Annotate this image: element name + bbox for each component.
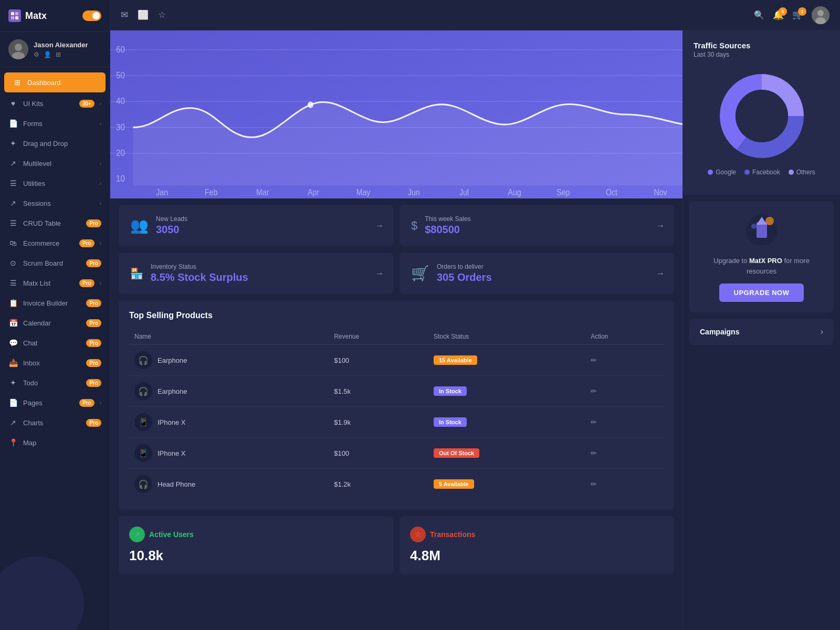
svg-text:Aug: Aug <box>508 187 521 197</box>
campaigns-arrow-icon[interactable]: › <box>821 327 823 337</box>
legend-facebook-label: Facebook <box>752 169 780 176</box>
grid-icon[interactable]: ⊞ <box>56 51 61 58</box>
sidebar-item-sessions[interactable]: ↗ Sessions › <box>0 193 110 213</box>
topbar-avatar[interactable] <box>812 6 830 24</box>
product-action[interactable]: ✏ <box>585 438 664 469</box>
sidebar-item-crudtable[interactable]: ☰ CRUD Table Pro <box>0 213 110 233</box>
mail-icon[interactable]: ✉ <box>121 9 128 20</box>
svg-text:10: 10 <box>116 173 125 183</box>
svg-text:20: 20 <box>116 148 125 158</box>
product-name: Earphone <box>158 387 187 395</box>
sidebar-item-forms[interactable]: 📄 Forms › <box>0 113 110 133</box>
sales-value: $80500 <box>425 224 470 236</box>
sidebar-item-todo[interactable]: ✦ Todo Pro <box>0 373 110 393</box>
active-users-icon: ↗ <box>129 527 145 542</box>
svg-text:Sep: Sep <box>556 187 570 197</box>
sidebar-item-map[interactable]: 📍 Map <box>0 433 110 453</box>
orders-icon: 🛒 <box>411 265 429 282</box>
svg-text:Jun: Jun <box>408 187 420 197</box>
profile-icon[interactable]: 👤 <box>44 51 51 58</box>
product-name: Earphone <box>158 356 187 364</box>
sidebar-item-scrumboard[interactable]: ⊙ Scrum Board Pro <box>0 253 110 273</box>
sidebar-item-matxlist[interactable]: ☰ Matx List Pro › <box>0 273 110 293</box>
app-name: Matx <box>25 10 47 22</box>
settings-icon[interactable]: ⚙ <box>34 51 39 58</box>
scrumboard-icon: ⊙ <box>8 259 18 267</box>
cart-button[interactable]: 🛒 1 <box>792 9 803 20</box>
orders-arrow[interactable]: → <box>656 269 665 278</box>
product-revenue: $100 <box>329 345 428 376</box>
svg-text:Mar: Mar <box>256 187 269 197</box>
charts-badge: Pro <box>86 419 101 427</box>
sidebar-item-charts[interactable]: ↗ Charts Pro <box>0 413 110 433</box>
sidebar-item-uikits[interactable]: ♥ UI Kits 30+ › <box>0 93 110 113</box>
sidebar-item-ecommerce[interactable]: 🛍 Ecommerce Pro › <box>0 233 110 253</box>
product-action[interactable]: ✏ <box>585 345 664 376</box>
transactions-card: ☆ Transactions 4.8M <box>400 516 674 574</box>
dashboard-icon: ⊞ <box>13 78 22 87</box>
stat-card-newleads: 👥 New Leads 3050 → <box>119 205 393 246</box>
product-icon: 📱 <box>134 413 152 431</box>
search-icon[interactable]: 🔍 <box>754 10 764 20</box>
sales-arrow[interactable]: → <box>656 221 665 230</box>
upgrade-button[interactable]: UPGRADE NOW <box>719 284 804 302</box>
right-panel: Traffic Sources Last 30 days <box>682 30 840 630</box>
sidebar-item-utilities[interactable]: ☰ Utilities › <box>0 173 110 193</box>
donut-chart-container <box>694 58 830 169</box>
line-chart-svg: 60 50 40 30 20 10 Jan Feb Mar Apr May Ju… <box>110 30 682 198</box>
svg-text:40: 40 <box>116 96 125 106</box>
sidebar-item-dashboard[interactable]: ⊞ Dashboard <box>4 72 106 92</box>
transactions-icon: ☆ <box>410 527 426 542</box>
draganddrop-icon: ✦ <box>8 139 18 148</box>
newleads-arrow[interactable]: → <box>375 221 384 230</box>
sidebar-item-inbox[interactable]: 📥 Inbox Pro <box>0 353 110 373</box>
newleads-info: New Leads 3050 <box>156 215 187 236</box>
draganddrop-label: Drag and Drop <box>23 140 101 148</box>
product-action[interactable]: ✏ <box>585 469 664 500</box>
topbar-actions: 🔍 🔔 5 🛒 1 <box>754 6 830 24</box>
theme-toggle[interactable] <box>82 10 101 21</box>
svg-point-41 <box>765 217 774 225</box>
svg-point-37 <box>736 90 788 142</box>
main-chart: 60 50 40 30 20 10 Jan Feb Mar Apr May Ju… <box>110 30 682 198</box>
campaigns-title: Campaigns <box>700 328 739 336</box>
top-products-title: Top Selling Products <box>129 311 664 320</box>
sidebar-item-draganddrop[interactable]: ✦ Drag and Drop <box>0 133 110 153</box>
forms-label: Forms <box>23 120 94 128</box>
product-icon: 📱 <box>134 444 152 462</box>
col-action: Action <box>585 329 664 345</box>
col-status: Stock Status <box>428 329 585 345</box>
svg-rect-0 <box>11 12 14 15</box>
notification-button[interactable]: 🔔 5 <box>773 9 784 20</box>
product-action[interactable]: ✏ <box>585 407 664 438</box>
star-icon[interactable]: ☆ <box>158 9 166 20</box>
multilevel-label: Multilevel <box>23 160 94 167</box>
inbox-label: Inbox <box>23 359 81 367</box>
product-name-cell: 📱 IPhone X <box>129 438 329 469</box>
topbar: ✉ ⬜ ☆ 🔍 🔔 5 🛒 1 <box>110 0 840 30</box>
sidebar-item-invoicebuilder[interactable]: 📋 Invoice Builder Pro <box>0 293 110 313</box>
product-revenue: $1.9k <box>329 407 428 438</box>
sidebar-item-multilevel[interactable]: ↗ Multilevel › <box>0 153 110 173</box>
newleads-icon: 👥 <box>130 217 149 234</box>
product-name-cell: 📱 IPhone X <box>129 407 329 438</box>
sidebar-item-pages[interactable]: 📄 Pages Pro › <box>0 393 110 413</box>
svg-rect-2 <box>11 16 14 19</box>
product-status: 15 Available <box>428 345 585 376</box>
inbox-badge: Pro <box>86 359 101 367</box>
svg-text:50: 50 <box>116 70 125 80</box>
window-icon[interactable]: ⬜ <box>138 9 149 20</box>
uikits-badge: 30+ <box>79 100 94 108</box>
inventory-arrow[interactable]: → <box>375 269 384 278</box>
stat-card-inventory: 🏪 Inventory Status 8.5% Stock Surplus → <box>119 253 393 294</box>
crudtable-icon: ☰ <box>8 219 18 227</box>
sidebar-item-calendar[interactable]: 📅 Calendar Pro <box>0 313 110 333</box>
svg-text:Feb: Feb <box>205 187 217 197</box>
product-action[interactable]: ✏ <box>585 376 664 407</box>
donut-chart-svg <box>715 69 809 163</box>
sidebar-item-chat[interactable]: 💬 Chat Pro <box>0 333 110 353</box>
col-revenue: Revenue <box>329 329 428 345</box>
map-icon: 📍 <box>8 438 18 447</box>
transactions-title: ☆ Transactions <box>410 527 664 542</box>
active-users-value: 10.8k <box>129 548 383 564</box>
